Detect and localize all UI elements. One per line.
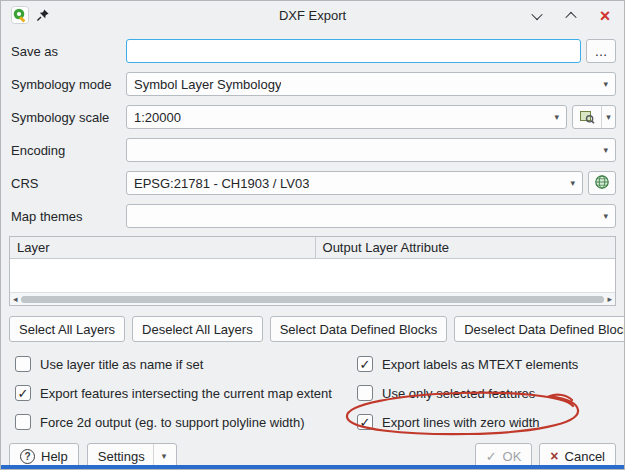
dialog-footer: ? Help Settings ▾ ✓ OK × Cancel (1, 430, 624, 469)
checkbox-export-labels-mtext[interactable]: Export labels as MTEXT elements (357, 356, 616, 372)
select-all-layers-button[interactable]: Select All Layers (9, 316, 125, 342)
checkbox-force-2d-output[interactable]: Force 2d output (eg. to support polyline… (15, 414, 357, 430)
help-icon: ? (20, 449, 35, 464)
crs-value: EPSG:21781 - CH1903 / LV03 (134, 176, 309, 191)
symbology-mode-label: Symbology mode (11, 77, 126, 92)
map-themes-row: Map themes ▾ (11, 204, 616, 228)
map-themes-select[interactable]: ▾ (126, 204, 616, 228)
pin-icon[interactable] (36, 8, 50, 25)
ok-label: OK (503, 449, 522, 464)
checkbox-label: Use only selected features (382, 386, 535, 401)
encoding-label: Encoding (11, 143, 126, 158)
cancel-x-icon: × (550, 449, 558, 463)
save-as-input[interactable] (126, 39, 581, 63)
symbology-mode-value: Symbol Layer Symbology (134, 77, 281, 92)
checkbox-box[interactable] (15, 356, 31, 372)
symbology-scale-row: Symbology scale 1:20000 ▾ ▾ (11, 105, 616, 129)
crs-label: CRS (11, 176, 126, 191)
checkbox-label: Export features intersecting the current… (40, 386, 332, 401)
scrollbar-thumb[interactable] (21, 296, 605, 303)
layer-buttons-row: Select All Layers Deselect All Layers Se… (1, 306, 624, 342)
checkbox-export-lines-zero-width[interactable]: Export lines with zero width (357, 414, 616, 430)
close-button[interactable]: × (596, 7, 614, 25)
chevron-down-icon (531, 9, 542, 20)
titlebar[interactable]: DXF Export × (1, 1, 624, 31)
symbology-mode-row: Symbology mode Symbol Layer Symbology ▾ (11, 72, 616, 96)
save-as-row: Save as … (11, 39, 616, 63)
bottom-accent-strip (1, 465, 624, 469)
symbology-scale-select[interactable]: 1:20000 ▾ (126, 105, 567, 129)
checkbox-use-layer-title[interactable]: Use layer title as name if set (15, 356, 357, 372)
checkbox-label: Use layer title as name if set (40, 357, 203, 372)
chevron-down-icon: ▾ (597, 145, 608, 155)
deselect-all-layers-button[interactable]: Deselect All Layers (132, 316, 263, 342)
globe-crs-icon (594, 174, 610, 193)
checkbox-label: Export labels as MTEXT elements (382, 357, 578, 372)
export-form: Save as … Symbology mode Symbol Layer Sy… (1, 31, 624, 228)
crs-select[interactable]: EPSG:21781 - CH1903 / LV03 ▾ (126, 171, 583, 195)
checkbox-use-only-selected-features[interactable]: Use only selected features (357, 385, 616, 401)
qgis-logo-icon (11, 6, 29, 27)
map-themes-label: Map themes (11, 209, 126, 224)
checkbox-box[interactable] (357, 414, 373, 430)
chevron-down-icon: ▾ (548, 112, 559, 122)
select-crs-button[interactable] (588, 171, 616, 195)
column-header-output-layer-attribute[interactable]: Output Layer Attribute (316, 237, 615, 258)
checkbox-label: Force 2d output (eg. to support polyline… (40, 415, 304, 430)
checkbox-box[interactable] (15, 414, 31, 430)
crs-row: CRS EPSG:21781 - CH1903 / LV03 ▾ (11, 171, 616, 195)
checkbox-box[interactable] (357, 356, 373, 372)
dxf-export-dialog: DXF Export × Save as … Symbology mode Sy… (0, 0, 625, 470)
checkbox-export-features-intersecting[interactable]: Export features intersecting the current… (15, 385, 357, 401)
settings-label: Settings (98, 449, 145, 464)
scrollbar-track[interactable] (21, 296, 605, 303)
browse-button[interactable]: … (586, 39, 616, 63)
layers-table-body (10, 259, 615, 292)
deselect-data-defined-blocks-button[interactable]: Deselect Data Defined Blocks (454, 316, 625, 342)
scroll-right-icon[interactable]: ▸ (607, 295, 612, 304)
checkbox-box[interactable] (357, 385, 373, 401)
column-header-layer[interactable]: Layer (10, 237, 316, 258)
chevron-down-icon: ▾ (564, 178, 575, 188)
chevron-down-icon: ▾ (597, 79, 608, 89)
save-as-label: Save as (11, 44, 126, 59)
encoding-row: Encoding ▾ (11, 138, 616, 162)
layers-table-header: Layer Output Layer Attribute (10, 237, 615, 259)
layers-table: Layer Output Layer Attribute ◂ ▸ (9, 236, 616, 306)
checkbox-label: Export lines with zero width (382, 415, 540, 430)
scroll-left-icon[interactable]: ◂ (13, 295, 18, 304)
encoding-select[interactable]: ▾ (126, 138, 616, 162)
ok-check-icon: ✓ (486, 449, 497, 464)
cancel-label: Cancel (565, 449, 605, 464)
horizontal-scrollbar[interactable]: ◂ ▸ (10, 292, 615, 305)
symbology-mode-select[interactable]: Symbol Layer Symbology ▾ (126, 72, 616, 96)
symbology-scale-value: 1:20000 (134, 110, 181, 125)
chevron-down-icon: ▾ (597, 211, 608, 221)
select-data-defined-blocks-button[interactable]: Select Data Defined Blocks (270, 316, 448, 342)
maximize-button[interactable] (562, 7, 580, 25)
symbology-scale-label: Symbology scale (11, 110, 126, 125)
checkbox-box[interactable] (15, 385, 31, 401)
close-icon: × (600, 7, 611, 25)
help-label: Help (41, 449, 68, 464)
scale-from-canvas-button[interactable]: ▾ (572, 105, 616, 129)
chevron-down-icon: ▾ (601, 106, 615, 128)
options-checkboxes: Use layer title as name if set Export la… (1, 342, 624, 430)
map-scale-icon (573, 106, 601, 128)
minimize-button[interactable] (528, 7, 546, 25)
chevron-up-icon (565, 12, 576, 23)
